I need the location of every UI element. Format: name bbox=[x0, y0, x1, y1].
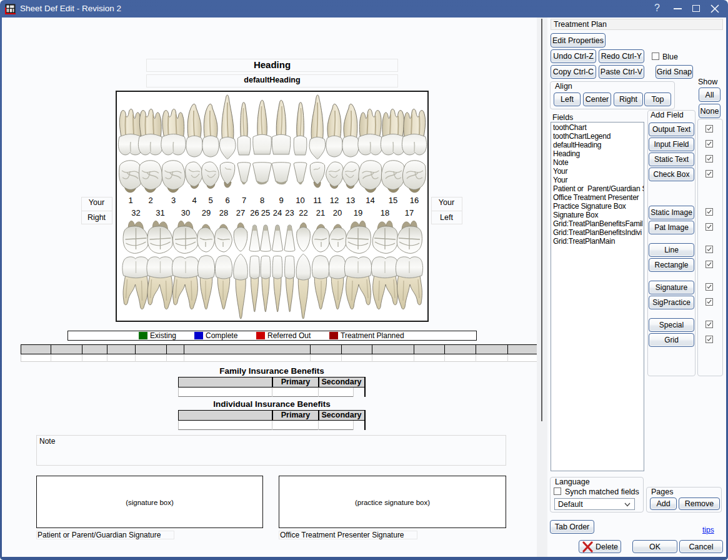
svg-text:3: 3 bbox=[171, 196, 175, 205]
svg-text:15: 15 bbox=[388, 196, 397, 205]
svg-text:25: 25 bbox=[261, 208, 269, 218]
svg-text:18: 18 bbox=[380, 208, 389, 218]
svg-text:1: 1 bbox=[128, 196, 132, 205]
svg-text:24: 24 bbox=[272, 208, 281, 218]
svg-text:6: 6 bbox=[225, 196, 229, 205]
svg-text:29: 29 bbox=[201, 208, 210, 218]
svg-text:30: 30 bbox=[181, 208, 189, 218]
svg-text:32: 32 bbox=[131, 208, 140, 218]
svg-text:4: 4 bbox=[192, 196, 196, 205]
svg-text:23: 23 bbox=[285, 208, 294, 218]
svg-text:7: 7 bbox=[241, 196, 246, 205]
svg-text:10: 10 bbox=[296, 196, 304, 205]
svg-text:11: 11 bbox=[313, 196, 322, 205]
svg-text:31: 31 bbox=[156, 208, 164, 218]
svg-text:16: 16 bbox=[409, 196, 418, 205]
svg-text:8: 8 bbox=[259, 196, 264, 205]
svg-text:13: 13 bbox=[346, 196, 354, 205]
svg-text:9: 9 bbox=[279, 196, 283, 205]
svg-text:21: 21 bbox=[316, 208, 324, 218]
svg-text:26: 26 bbox=[250, 208, 259, 218]
svg-text:17: 17 bbox=[404, 208, 413, 218]
svg-text:20: 20 bbox=[332, 208, 341, 218]
svg-text:2: 2 bbox=[148, 196, 152, 205]
svg-text:28: 28 bbox=[219, 208, 227, 218]
svg-text:22: 22 bbox=[299, 208, 307, 218]
svg-text:5: 5 bbox=[208, 196, 212, 205]
svg-text:27: 27 bbox=[236, 208, 244, 218]
svg-text:19: 19 bbox=[353, 208, 362, 218]
svg-text:14: 14 bbox=[366, 196, 374, 205]
svg-text:12: 12 bbox=[329, 196, 338, 205]
